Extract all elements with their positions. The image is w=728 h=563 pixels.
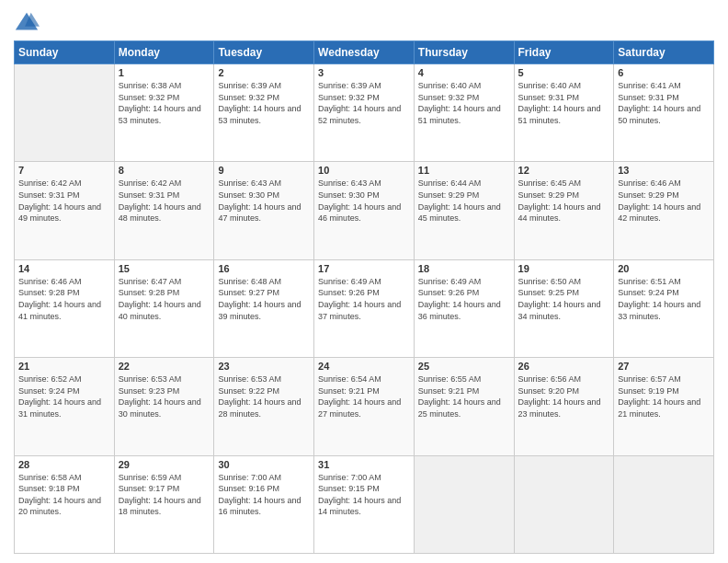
- day-info: Sunrise: 6:55 AM Sunset: 9:21 PM Dayligh…: [418, 373, 510, 419]
- day-cell: 29Sunrise: 6:59 AM Sunset: 9:17 PM Dayli…: [114, 455, 214, 553]
- day-cell: 19Sunrise: 6:50 AM Sunset: 9:25 PM Dayli…: [514, 259, 614, 357]
- day-cell: 16Sunrise: 6:48 AM Sunset: 9:27 PM Dayli…: [214, 259, 314, 357]
- day-number: 27: [618, 361, 710, 372]
- day-number: 19: [518, 263, 610, 274]
- week-row-4: 21Sunrise: 6:52 AM Sunset: 9:24 PM Dayli…: [15, 358, 714, 455]
- logo: [14, 9, 43, 35]
- day-number: 28: [18, 459, 110, 470]
- header-day-tuesday: Tuesday: [214, 41, 314, 64]
- day-info: Sunrise: 6:54 AM Sunset: 9:21 PM Dayligh…: [318, 373, 410, 419]
- header-day-monday: Monday: [114, 41, 214, 64]
- day-number: 12: [518, 165, 610, 176]
- day-info: Sunrise: 6:49 AM Sunset: 9:26 PM Dayligh…: [418, 276, 510, 322]
- day-info: Sunrise: 6:45 AM Sunset: 9:29 PM Dayligh…: [518, 178, 610, 224]
- week-row-2: 7Sunrise: 6:42 AM Sunset: 9:31 PM Daylig…: [15, 162, 714, 259]
- day-number: 5: [518, 67, 610, 78]
- day-cell: 22Sunrise: 6:53 AM Sunset: 9:23 PM Dayli…: [114, 358, 214, 455]
- header-day-sunday: Sunday: [15, 41, 115, 64]
- day-cell: 6Sunrise: 6:41 AM Sunset: 9:31 PM Daylig…: [614, 64, 714, 162]
- day-cell: 3Sunrise: 6:39 AM Sunset: 9:32 PM Daylig…: [314, 64, 415, 162]
- day-number: 8: [119, 165, 210, 176]
- day-number: 4: [418, 67, 510, 78]
- day-cell: 11Sunrise: 6:44 AM Sunset: 9:29 PM Dayli…: [414, 162, 514, 259]
- day-cell: 24Sunrise: 6:54 AM Sunset: 9:21 PM Dayli…: [314, 358, 415, 455]
- day-cell: 10Sunrise: 6:43 AM Sunset: 9:30 PM Dayli…: [314, 162, 415, 259]
- header: [14, 9, 714, 35]
- header-day-thursday: Thursday: [414, 41, 514, 64]
- day-info: Sunrise: 6:46 AM Sunset: 9:28 PM Dayligh…: [18, 276, 110, 322]
- day-number: 29: [119, 459, 210, 470]
- day-info: Sunrise: 6:46 AM Sunset: 9:29 PM Dayligh…: [618, 178, 710, 224]
- day-number: 9: [218, 165, 310, 176]
- day-info: Sunrise: 6:53 AM Sunset: 9:23 PM Dayligh…: [119, 373, 210, 419]
- day-cell: 12Sunrise: 6:45 AM Sunset: 9:29 PM Dayli…: [514, 162, 614, 259]
- day-number: 2: [218, 67, 310, 78]
- day-number: 1: [119, 67, 210, 78]
- header-row: SundayMondayTuesdayWednesdayThursdayFrid…: [15, 41, 714, 64]
- day-cell: 27Sunrise: 6:57 AM Sunset: 9:19 PM Dayli…: [614, 358, 714, 455]
- day-number: 24: [318, 361, 410, 372]
- day-info: Sunrise: 6:44 AM Sunset: 9:29 PM Dayligh…: [418, 178, 510, 224]
- day-info: Sunrise: 6:42 AM Sunset: 9:31 PM Dayligh…: [119, 178, 210, 224]
- day-info: Sunrise: 6:39 AM Sunset: 9:32 PM Dayligh…: [218, 80, 310, 126]
- day-number: 30: [218, 459, 310, 470]
- day-cell: 13Sunrise: 6:46 AM Sunset: 9:29 PM Dayli…: [614, 162, 714, 259]
- day-number: 26: [518, 361, 610, 372]
- day-cell: 4Sunrise: 6:40 AM Sunset: 9:32 PM Daylig…: [414, 64, 514, 162]
- day-number: 13: [618, 165, 710, 176]
- day-number: 11: [418, 165, 510, 176]
- day-cell: 14Sunrise: 6:46 AM Sunset: 9:28 PM Dayli…: [15, 259, 115, 357]
- week-row-5: 28Sunrise: 6:58 AM Sunset: 9:18 PM Dayli…: [15, 455, 714, 553]
- day-number: 22: [119, 361, 210, 372]
- day-number: 3: [318, 67, 410, 78]
- day-cell: 15Sunrise: 6:47 AM Sunset: 9:28 PM Dayli…: [114, 259, 214, 357]
- day-cell: 2Sunrise: 6:39 AM Sunset: 9:32 PM Daylig…: [214, 64, 314, 162]
- day-info: Sunrise: 6:56 AM Sunset: 9:20 PM Dayligh…: [518, 373, 610, 419]
- day-info: Sunrise: 6:52 AM Sunset: 9:24 PM Dayligh…: [18, 373, 110, 419]
- day-info: Sunrise: 6:50 AM Sunset: 9:25 PM Dayligh…: [518, 276, 610, 322]
- day-info: Sunrise: 6:42 AM Sunset: 9:31 PM Dayligh…: [18, 178, 110, 224]
- day-cell: [614, 455, 714, 553]
- day-cell: 23Sunrise: 6:53 AM Sunset: 9:22 PM Dayli…: [214, 358, 314, 455]
- day-cell: [15, 64, 115, 162]
- day-info: Sunrise: 6:40 AM Sunset: 9:31 PM Dayligh…: [518, 80, 610, 126]
- day-info: Sunrise: 6:47 AM Sunset: 9:28 PM Dayligh…: [119, 276, 210, 322]
- day-info: Sunrise: 6:43 AM Sunset: 9:30 PM Dayligh…: [318, 178, 410, 224]
- day-info: Sunrise: 6:41 AM Sunset: 9:31 PM Dayligh…: [618, 80, 710, 126]
- day-cell: 26Sunrise: 6:56 AM Sunset: 9:20 PM Dayli…: [514, 358, 614, 455]
- day-info: Sunrise: 7:00 AM Sunset: 9:16 PM Dayligh…: [218, 472, 310, 518]
- day-number: 25: [418, 361, 510, 372]
- day-info: Sunrise: 6:49 AM Sunset: 9:26 PM Dayligh…: [318, 276, 410, 322]
- day-info: Sunrise: 6:51 AM Sunset: 9:24 PM Dayligh…: [618, 276, 710, 322]
- day-number: 20: [618, 263, 710, 274]
- day-cell: 9Sunrise: 6:43 AM Sunset: 9:30 PM Daylig…: [214, 162, 314, 259]
- day-cell: [514, 455, 614, 553]
- day-number: 21: [18, 361, 110, 372]
- day-cell: 30Sunrise: 7:00 AM Sunset: 9:16 PM Dayli…: [214, 455, 314, 553]
- day-number: 14: [18, 263, 110, 274]
- calendar-table: SundayMondayTuesdayWednesdayThursdayFrid…: [14, 40, 714, 554]
- day-number: 31: [318, 459, 410, 470]
- day-cell: 1Sunrise: 6:38 AM Sunset: 9:32 PM Daylig…: [114, 64, 214, 162]
- day-cell: 25Sunrise: 6:55 AM Sunset: 9:21 PM Dayli…: [414, 358, 514, 455]
- day-number: 17: [318, 263, 410, 274]
- header-day-wednesday: Wednesday: [314, 41, 415, 64]
- header-day-saturday: Saturday: [614, 41, 714, 64]
- header-day-friday: Friday: [514, 41, 614, 64]
- day-info: Sunrise: 6:58 AM Sunset: 9:18 PM Dayligh…: [18, 472, 110, 518]
- day-cell: 17Sunrise: 6:49 AM Sunset: 9:26 PM Dayli…: [314, 259, 415, 357]
- day-info: Sunrise: 6:59 AM Sunset: 9:17 PM Dayligh…: [119, 472, 210, 518]
- day-cell: 21Sunrise: 6:52 AM Sunset: 9:24 PM Dayli…: [15, 358, 115, 455]
- day-number: 16: [218, 263, 310, 274]
- day-cell: [414, 455, 514, 553]
- day-info: Sunrise: 6:48 AM Sunset: 9:27 PM Dayligh…: [218, 276, 310, 322]
- day-info: Sunrise: 6:38 AM Sunset: 9:32 PM Dayligh…: [119, 80, 210, 126]
- day-number: 15: [119, 263, 210, 274]
- day-cell: 28Sunrise: 6:58 AM Sunset: 9:18 PM Dayli…: [15, 455, 115, 553]
- day-number: 6: [618, 67, 710, 78]
- calendar-page: SundayMondayTuesdayWednesdayThursdayFrid…: [0, 0, 728, 563]
- day-info: Sunrise: 6:39 AM Sunset: 9:32 PM Dayligh…: [318, 80, 410, 126]
- day-info: Sunrise: 7:00 AM Sunset: 9:15 PM Dayligh…: [318, 472, 410, 518]
- day-info: Sunrise: 6:43 AM Sunset: 9:30 PM Dayligh…: [218, 178, 310, 224]
- day-cell: 7Sunrise: 6:42 AM Sunset: 9:31 PM Daylig…: [15, 162, 115, 259]
